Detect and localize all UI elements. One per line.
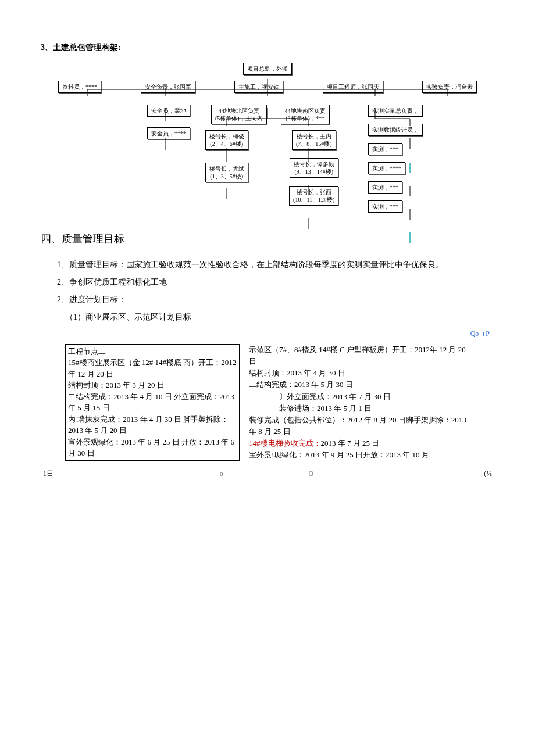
org-center-left: 44地块北区负责 (5栋单体)，王同内: [211, 105, 267, 124]
footer-mid: o ------------------------------------O: [54, 468, 480, 479]
org-chart: 项目总监，外派 资料员，**** 安全负责，张国军 主施工，视安铁 项目工程师，…: [52, 63, 483, 213]
footer-right: （⅛: [480, 468, 492, 479]
org-tl-right-2: 楼号长，张西 (10、11、12#楼): [289, 186, 338, 206]
org-tl-left-1: 楼号长，尤斌 (1、3、5#楼): [205, 163, 248, 182]
org-row2-4: 实验负责，冯金素: [422, 81, 477, 93]
org-left-1: 安全员，****: [147, 127, 190, 139]
org-left-0: 安全员，裴地: [147, 105, 190, 117]
page-footer: 1日 o -----------------------------------…: [41, 468, 494, 479]
right-a-0: 示范区（7#、8#楼及 14#楼 C 户型样板房）开工：2012年 12 月 2…: [249, 344, 470, 367]
section3-title: 3、土建总包管理构架:: [41, 41, 494, 55]
schedule-left-box: 工程节点二 15#楼商业展示区（金 12# 14#楼底 商）开工：2012 年 …: [65, 344, 240, 461]
red-text: 14#楼电梯验收完成：: [249, 439, 321, 447]
org-right-1: 实测数据统计员，: [368, 124, 423, 136]
org-row2-1: 安全负责，张国军: [141, 81, 195, 93]
right-a-2: 二结构完成：2013 年 5 月 30 日: [249, 379, 470, 390]
red-tail: 2013 年 7 月 25 日: [321, 439, 380, 447]
org-right-4: 实测，***: [368, 181, 402, 194]
left-line-0: 15#楼商业展示区（金 12# 14#楼底 商）开工：2012 年 12 月 2…: [68, 357, 237, 379]
left-line-3: 内 墙抹灰完成：2013 年 4 月 30 日 脚手架拆除：2013 年 5 月…: [68, 414, 237, 436]
para-schedule-title: 2、进度计划目标：: [41, 293, 494, 307]
org-tl-right-1: 楼号长，谭多勤 (9、13、14#楼): [290, 158, 338, 178]
left-box-title: 工程节点二: [68, 346, 237, 357]
right-red-line: 14#楼电梯验收完成：2013 年 7 月 25 日: [249, 438, 470, 449]
org-row2-3: 项目工程师，张国庆: [323, 81, 383, 93]
footer-left: 1日: [43, 468, 54, 479]
left-line-4: 宣外景观绿化：2013 年 6 月 25 日 开放：2013 年 6 月 30 …: [68, 436, 237, 459]
org-row2-0: 资料员，****: [58, 81, 101, 93]
qop-marker: Qo（P: [41, 328, 494, 339]
two-column-schedule: 工程节点二 15#楼商业展示区（金 12# 14#楼底 商）开工：2012 年 …: [41, 344, 494, 461]
schedule-right-block: 示范区（7#、8#楼及 14#楼 C 户型样板房）开工：2012年 12 月 2…: [249, 344, 470, 461]
org-center-right: 44地块南区负责 (3栋单体)，***: [281, 105, 330, 124]
left-line-1: 结构封顶：2013 年 3 月 20 日: [68, 379, 237, 391]
para-quality-target: 1、质量管理目标：国家施工验收规范一次性验收合格，在上部结构阶段每季度的实测实量…: [41, 258, 494, 272]
right-indent-1: 装修进场：2013 年 5 月 1 日: [249, 403, 470, 414]
org-row2-2: 主施工，视安铁: [234, 81, 283, 93]
para-sub1: （1）商业展示区、示范区计划目标: [41, 310, 494, 324]
right-a-1: 结构封顶：2013 年 4 月 30 日: [249, 367, 470, 379]
section4-title: 四、质量管理目标: [41, 230, 494, 248]
org-top: 项目总监，外派: [243, 63, 292, 75]
para-quality-award: 2、争创区优质工程和标化工地: [41, 275, 494, 289]
org-right-0: 实测实量总负责，: [368, 105, 423, 117]
org-right-3: 实测，****: [368, 162, 405, 174]
org-right-5: 实测，***: [368, 200, 402, 213]
right-indent-0: 〕外立面完成：2013 年 7 月 30 日: [249, 391, 470, 403]
org-tl-right-0: 楼号长，王内 (7、8、15#楼): [292, 130, 336, 150]
right-c-0: 宝外景!现绿化：2013 年 9 月 25 日开放：2013 年 10 月: [249, 449, 470, 461]
right-b-0: 装修完成（包括公共部位）：2012 年 8 月 20 日脚手架拆除：2013 年…: [249, 414, 470, 438]
org-right-2: 实测，***: [368, 143, 402, 155]
org-tl-left-0: 楼号长，梅俊 (2、4、6#楼): [205, 130, 248, 150]
left-line-2: 二结构完成：2013 年 4 月 10 日 外立面完成：2013 年 5 月 1…: [68, 391, 237, 414]
